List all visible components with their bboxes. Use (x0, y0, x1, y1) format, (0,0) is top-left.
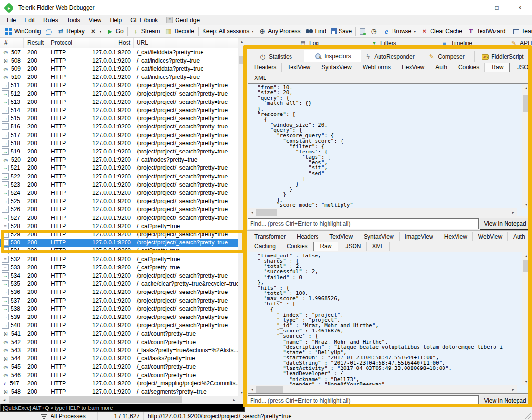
session-row[interactable]: {js}546200HTTP127.0.0.1:9200/_cat/count?… (0, 371, 238, 379)
response-tab-json[interactable]: JSON (340, 242, 367, 251)
response-hscrollbar[interactable]: ◄ ► (248, 385, 517, 393)
request-view-in-notepad-button[interactable]: View in Notepad (480, 218, 531, 230)
tab-apitest[interactable]: ✎APITest (510, 39, 532, 47)
request-vscrollbar[interactable]: ▲ ▼ (522, 84, 530, 208)
session-row[interactable]: →523200HTTP127.0.0.1:9200/project/projec… (0, 180, 238, 189)
session-row[interactable]: {js}542200HTTP127.0.0.1:9200/_cat/count?… (0, 338, 238, 346)
request-tab-cookies[interactable]: Cookies (453, 63, 485, 72)
response-hscroll-thumb[interactable] (256, 386, 283, 393)
request-tab-hexview[interactable]: HexView (396, 63, 430, 72)
quickexec-bar[interactable]: [QuickExec] ALT+Q > type HELP to learn m… (0, 404, 245, 412)
tab-composer[interactable]: ✎Composer (418, 51, 475, 62)
toolbar-button-timer[interactable]: ◷ (367, 26, 380, 37)
response-tab-raw[interactable]: Raw (313, 242, 338, 251)
scroll-left-icon[interactable]: ◄ (248, 385, 256, 393)
response-tab-caching[interactable]: Caching (249, 242, 281, 251)
request-tab-auth[interactable]: Auth (430, 63, 453, 72)
toolbar-button-replay[interactable]: ⇄Replay (54, 26, 87, 37)
session-row[interactable]: →534200HTTP127.0.0.1:9200/project/projec… (0, 271, 238, 280)
scroll-down-icon[interactable]: ▼ (522, 378, 530, 385)
session-row[interactable]: →536200HTTP127.0.0.1:9200/project/projec… (0, 288, 238, 296)
response-tab-headers[interactable]: Headers (291, 232, 324, 241)
session-list-hscrollbar[interactable]: ◄ ► (0, 396, 238, 404)
tab-timeline[interactable]: ≡Timeline (441, 39, 472, 47)
response-view-in-notepad-button[interactable]: View in Notepad (480, 395, 531, 407)
session-row[interactable]: →512200HTTP127.0.0.1:9200/project/projec… (0, 89, 238, 98)
session-row[interactable]: →517200HTTP127.0.0.1:9200/project/projec… (0, 131, 238, 139)
session-row[interactable]: →524200HTTP127.0.0.1:9200/project/projec… (0, 189, 238, 197)
toolbar-button-find[interactable]: Find (303, 26, 329, 37)
toolbar-button-go[interactable]: ▶Go (104, 26, 126, 37)
scroll-right-icon[interactable]: ► (230, 396, 238, 404)
toolbar-button-tearoff[interactable]: Tearoff (511, 26, 532, 37)
toolbar-button-screenshot[interactable] (357, 26, 367, 37)
resize-grip[interactable] (525, 413, 531, 419)
scroll-down-icon[interactable]: ▼ (522, 201, 530, 208)
session-row[interactable]: →513200HTTP127.0.0.1:9200/project/projec… (0, 98, 238, 106)
menu-item-help[interactable]: Help (106, 15, 127, 25)
toolbar-button-stream[interactable]: ↓Stream (129, 26, 163, 37)
session-row[interactable]: ≡528200HTTP127.0.0.1:9200/_cat?pretty=tr… (0, 222, 238, 230)
session-row[interactable]: →519200HTTP127.0.0.1:9200/project/projec… (0, 147, 238, 155)
response-tab-textview[interactable]: TextView (324, 232, 358, 241)
scroll-down-icon[interactable]: ▼ (238, 388, 246, 396)
tab-fiddlerscript[interactable]: JSFiddlerScript (475, 51, 532, 62)
session-row[interactable]: →540200HTTP127.0.0.1:9200/project/projec… (0, 321, 238, 330)
response-tab-imageview[interactable]: ImageView (400, 232, 439, 241)
toolbar-button-comment[interactable] (43, 26, 54, 37)
toolbar-button-winconfig[interactable]: WinConfig (2, 26, 43, 37)
tab-log[interactable]: ▤Log (299, 39, 319, 47)
session-row[interactable]: {js}520200HTTP127.0.0.1:9200/_cat/nodes?… (0, 156, 238, 164)
session-row-selected[interactable]: →530200HTTP127.0.0.1:9200/project/projec… (0, 239, 238, 247)
request-hscrollbar[interactable]: ◄ ► (248, 208, 517, 216)
request-tab-syntaxview[interactable]: SyntaxView (316, 63, 357, 72)
session-row[interactable]: →521200HTTP127.0.0.1:9200/project/projec… (0, 164, 238, 172)
maximize-button[interactable]: □ (485, 0, 508, 15)
response-tab-transformer[interactable]: Transformer (249, 232, 291, 241)
request-hscroll-thumb[interactable] (256, 209, 277, 216)
session-row[interactable]: →537200HTTP127.0.0.1:9200/project/projec… (0, 296, 238, 305)
session-row[interactable]: ≡532200HTTP127.0.0.1:9200/_cat?pretty=tr… (0, 255, 238, 263)
tab-autoresponder[interactable]: ϟAutoResponder (361, 51, 418, 62)
column-header-url[interactable]: URL (134, 38, 238, 48)
session-row[interactable]: {js}545200HTTP127.0.0.1:9200/_cat/count?… (0, 363, 238, 371)
column-header-host[interactable]: Host (77, 38, 134, 48)
menu-item-tools[interactable]: Tools (63, 15, 85, 25)
session-row[interactable]: {js}541200HTTP127.0.0.1:9200/_cat/count?… (0, 330, 238, 338)
request-find-input[interactable] (248, 218, 479, 229)
menu-item-view[interactable]: View (85, 15, 106, 25)
session-row[interactable]: →515200HTTP127.0.0.1:9200/project/projec… (0, 115, 238, 123)
session-row[interactable]: {js}508200HTTP127.0.0.1:9200/_cat/indice… (0, 56, 238, 64)
session-row[interactable]: →522200HTTP127.0.0.1:9200/project/projec… (0, 172, 238, 180)
session-row[interactable]: ≡531200HTTP127.0.0.1:9200/_cat?pretty=tr… (0, 247, 238, 255)
request-tab-xml[interactable]: XML (249, 74, 272, 82)
menu-item-file[interactable]: File (2, 15, 20, 25)
response-body-text[interactable]: "timed_out" : false, "_shards" : { "tota… (248, 252, 530, 387)
response-tab-auth[interactable]: Auth (508, 232, 531, 241)
session-row[interactable]: →535200HTTP127.0.0.1:9200/_cache/clear?p… (0, 280, 238, 288)
toolbar-button-delete[interactable]: ×▾ (87, 26, 104, 37)
session-hscroll-thumb[interactable] (9, 396, 182, 403)
session-row[interactable]: {js}544200HTTP127.0.0.1:9200/_cat/tasks?… (0, 355, 238, 363)
toolbar-button-decode[interactable]: ▦Decode (162, 26, 196, 37)
menu-item-edit[interactable]: Edit (20, 15, 39, 25)
session-row[interactable]: {js}548200HTTP127.0.0.1:9200/_cat/segmen… (0, 387, 238, 395)
session-row[interactable]: →538200HTTP127.0.0.1:9200/project/projec… (0, 305, 238, 313)
tab-filters[interactable]: ▼Filters (370, 39, 396, 47)
menu-item-get-book[interactable]: GET /book (126, 15, 162, 25)
response-tab-cookies[interactable]: Cookies (281, 242, 313, 251)
session-row[interactable]: ≡533200HTTP127.0.0.1:9200/_cat?pretty=tr… (0, 263, 238, 271)
session-row[interactable]: {js}543200HTTP127.0.0.1:9200/_tasks?pret… (0, 346, 238, 354)
scroll-up-icon[interactable]: ▲ (522, 252, 530, 260)
session-row[interactable]: →527200HTTP127.0.0.1:9200/project/projec… (0, 214, 238, 222)
scroll-up-icon[interactable]: ▲ (238, 38, 246, 45)
toolbar-button-keep-all-sessions[interactable]: Keep: All sessions▾ (200, 26, 256, 37)
session-row[interactable]: →511200HTTP127.0.0.1:9200/project/projec… (0, 81, 238, 89)
session-list-header[interactable]: #ResultProtocolHostURL (0, 38, 238, 48)
response-scroll-thumb[interactable] (523, 260, 530, 272)
session-list-vscrollbar[interactable]: ▲ ▼ (238, 38, 246, 396)
response-vscrollbar[interactable]: ▲ ▼ (522, 252, 530, 385)
response-tab-webview[interactable]: WebView (473, 232, 508, 241)
session-row[interactable]: →516200HTTP127.0.0.1:9200/project/projec… (0, 123, 238, 131)
column-header-protocol[interactable]: Protocol (47, 38, 77, 48)
